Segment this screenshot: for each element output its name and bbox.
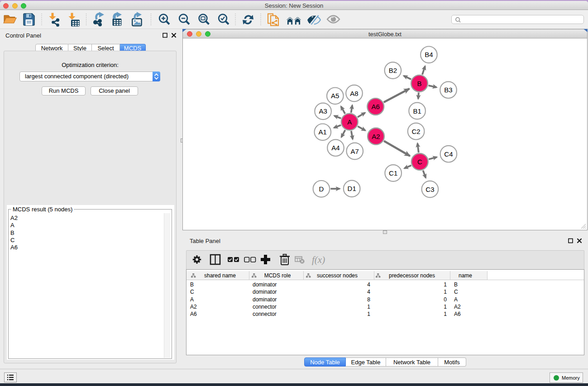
svg-text:A8: A8	[350, 90, 358, 97]
svg-text:1: 1	[367, 311, 370, 317]
svg-text:C: C	[454, 289, 458, 295]
svg-text:1: 1	[444, 281, 447, 288]
svg-text:C1: C1	[389, 169, 397, 177]
svg-text:dominator: dominator	[253, 296, 277, 303]
svg-text:C: C	[190, 289, 194, 295]
svg-text:C: C	[417, 158, 422, 166]
svg-text:dominator: dominator	[253, 281, 277, 288]
svg-text:A1: A1	[319, 128, 327, 136]
svg-text:A: A	[347, 118, 352, 126]
svg-text:A6: A6	[372, 103, 380, 110]
svg-text:D1: D1	[348, 185, 356, 192]
svg-text:0: 0	[444, 296, 447, 303]
svg-text:connector: connector	[253, 304, 277, 310]
svg-text:1: 1	[367, 304, 370, 310]
svg-text:A6: A6	[190, 311, 197, 317]
svg-text:B: B	[454, 281, 458, 288]
svg-text:MCDS role: MCDS role	[264, 272, 291, 279]
svg-text:B3: B3	[444, 86, 452, 94]
svg-text:shared name: shared name	[204, 272, 236, 279]
svg-text:B: B	[190, 281, 194, 288]
svg-text:A7: A7	[351, 148, 359, 155]
svg-text:4: 4	[367, 281, 370, 288]
svg-text:A2: A2	[372, 133, 380, 140]
svg-text:A: A	[190, 296, 194, 303]
svg-text:1: 1	[444, 289, 447, 295]
svg-text:B4: B4	[425, 51, 433, 58]
svg-text:connector: connector	[253, 311, 277, 317]
svg-text:B: B	[417, 80, 421, 87]
svg-text:1: 1	[444, 311, 447, 317]
svg-text:C3: C3	[425, 186, 434, 193]
svg-text:dominator: dominator	[253, 289, 277, 295]
svg-text:4: 4	[367, 289, 370, 295]
svg-text:successor nodes: successor nodes	[317, 272, 358, 279]
svg-text:C4: C4	[444, 150, 453, 158]
svg-text:predecessor nodes: predecessor nodes	[389, 272, 435, 279]
svg-text:name: name	[459, 272, 472, 279]
svg-text:A4: A4	[331, 144, 339, 152]
svg-text:C2: C2	[412, 128, 421, 135]
svg-text:D: D	[319, 185, 324, 193]
svg-text:A5: A5	[331, 92, 339, 100]
svg-text:A: A	[454, 296, 458, 303]
svg-text:A2: A2	[190, 304, 197, 310]
svg-text:A3: A3	[319, 107, 327, 115]
svg-text:B1: B1	[413, 107, 421, 115]
svg-text:8: 8	[367, 296, 370, 303]
svg-text:A6: A6	[454, 311, 461, 317]
svg-text:B2: B2	[389, 67, 397, 74]
svg-text:1: 1	[444, 304, 447, 310]
svg-text:f(x): f(x)	[312, 254, 325, 265]
svg-text:A2: A2	[454, 304, 461, 310]
